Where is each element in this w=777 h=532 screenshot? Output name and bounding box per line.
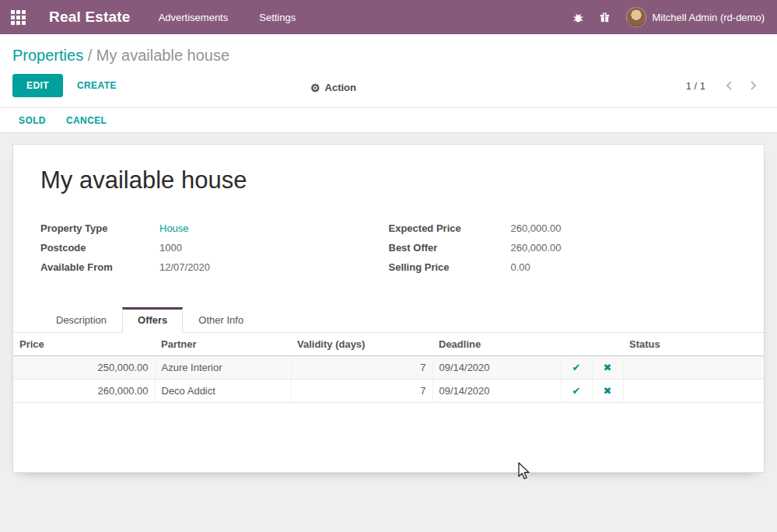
offer-status [623, 380, 764, 403]
tab-description[interactable]: Description [40, 307, 122, 333]
postcode-value: 1000 [159, 243, 182, 254]
breadcrumb-current: My available house [96, 47, 229, 64]
notebook: Description Offers Other Info Price Part… [13, 306, 764, 403]
tab-other-info[interactable]: Other Info [183, 307, 259, 333]
header-price[interactable]: Price [13, 333, 155, 356]
breadcrumb-parent[interactable]: Properties [12, 47, 83, 64]
offer-validity[interactable]: 7 [291, 356, 432, 380]
gift-icon-button[interactable] [592, 0, 618, 34]
accept-offer-icon[interactable]: ✔ [572, 362, 581, 373]
action-label: Action [325, 82, 356, 93]
header-buttons-spacer [592, 333, 623, 356]
edit-button[interactable]: EDIT [12, 74, 63, 97]
selling-price-value: 0.00 [511, 262, 530, 273]
grid-icon [11, 10, 26, 25]
header-buttons-spacer [561, 333, 592, 356]
offer-price[interactable]: 260,000.00 [13, 380, 155, 403]
control-panel: Properties / My available house EDIT CRE… [0, 34, 777, 108]
form-view: My available house Property Type House P… [0, 133, 777, 532]
offers-table: Price Partner Validity (days) Deadline S… [13, 333, 764, 403]
offer-partner[interactable]: Azure Interior [155, 356, 291, 380]
user-menu[interactable]: Mitchell Admin (rd-demo) [653, 12, 765, 23]
offer-deadline[interactable]: 09/14/2020 [432, 356, 561, 380]
header-deadline[interactable]: Deadline [432, 333, 561, 356]
field-postcode: Postcode 1000 [40, 243, 389, 254]
field-property-type: Property Type House [40, 223, 389, 234]
available-from-value: 12/07/2020 [159, 262, 210, 273]
sold-button[interactable]: SOLD [19, 115, 46, 126]
offer-deadline[interactable]: 09/14/2020 [432, 380, 561, 403]
statusbar: SOLD CANCEL [0, 108, 777, 133]
apps-menu-icon[interactable] [0, 0, 36, 34]
field-label: Property Type [40, 223, 159, 234]
user-avatar[interactable] [626, 7, 646, 27]
expected-price-value: 260,000.00 [511, 223, 562, 234]
header-partner[interactable]: Partner [155, 333, 291, 356]
offer-row[interactable]: 260,000.00 Deco Addict 7 09/14/2020 ✔ ✖ [13, 380, 764, 403]
record-title: My available house [13, 145, 764, 196]
gear-icon: ⚙ [310, 82, 320, 93]
offer-validity[interactable]: 7 [291, 380, 432, 403]
app-title[interactable]: Real Estate [49, 9, 131, 26]
breadcrumb-separator: / [88, 47, 96, 64]
field-group-right: Expected Price 260,000.00 Best Offer 260… [389, 223, 737, 282]
tab-offers[interactable]: Offers [122, 307, 183, 333]
field-expected-price: Expected Price 260,000.00 [389, 223, 737, 234]
breadcrumb: Properties / My available house [0, 34, 777, 68]
refuse-offer-icon[interactable]: ✖ [604, 386, 612, 396]
offer-row[interactable]: 250,000.00 Azure Interior 7 09/14/2020 ✔… [13, 356, 764, 380]
navbar-right: Mitchell Admin (rd-demo) [565, 0, 777, 34]
control-panel-buttons: EDIT CREATE ⚙ Action 1 / 1 [0, 68, 777, 107]
field-label: Selling Price [389, 262, 511, 273]
form-sheet: My available house Property Type House P… [12, 144, 765, 473]
property-type-link[interactable]: House [159, 223, 189, 234]
offers-header-row: Price Partner Validity (days) Deadline S… [13, 333, 764, 356]
debug-bug-icon[interactable] [565, 0, 592, 34]
best-offer-value: 260,000.00 [511, 243, 562, 254]
refuse-offer-icon[interactable]: ✖ [604, 362, 612, 373]
menu-settings[interactable]: Settings [245, 0, 310, 34]
action-menu[interactable]: ⚙ Action [310, 68, 356, 107]
field-available-from: Available From 12/07/2020 [40, 262, 389, 273]
main-menu: Advertisements Settings [145, 0, 310, 34]
menu-advertisements[interactable]: Advertisements [145, 0, 243, 34]
field-groups: Property Type House Postcode 1000 Availa… [13, 223, 764, 282]
header-validity[interactable]: Validity (days) [291, 333, 432, 356]
gift-icon [599, 12, 611, 23]
bug-icon [572, 12, 584, 23]
field-label: Expected Price [389, 223, 511, 234]
offer-price[interactable]: 250,000.00 [13, 356, 155, 380]
pager-value: 1 / 1 [686, 80, 705, 92]
cancel-button[interactable]: CANCEL [66, 115, 107, 126]
field-label: Best Offer [389, 243, 511, 254]
accept-offer-icon[interactable]: ✔ [572, 386, 581, 396]
offer-status [623, 356, 764, 380]
pager-previous-icon[interactable] [726, 80, 733, 91]
pager-next-icon[interactable] [750, 80, 757, 91]
field-label: Available From [40, 262, 159, 273]
field-group-left: Property Type House Postcode 1000 Availa… [40, 223, 389, 282]
create-button[interactable]: CREATE [77, 80, 117, 91]
pager: 1 / 1 [686, 80, 765, 92]
offer-partner[interactable]: Deco Addict [155, 380, 291, 403]
field-best-offer: Best Offer 260,000.00 [389, 243, 737, 254]
field-selling-price: Selling Price 0.00 [389, 262, 737, 273]
header-status[interactable]: Status [623, 333, 764, 356]
tab-bar: Description Offers Other Info [13, 306, 764, 333]
top-navbar: Real Estate Advertisements Settings Mitc… [0, 0, 777, 34]
field-label: Postcode [40, 243, 159, 254]
